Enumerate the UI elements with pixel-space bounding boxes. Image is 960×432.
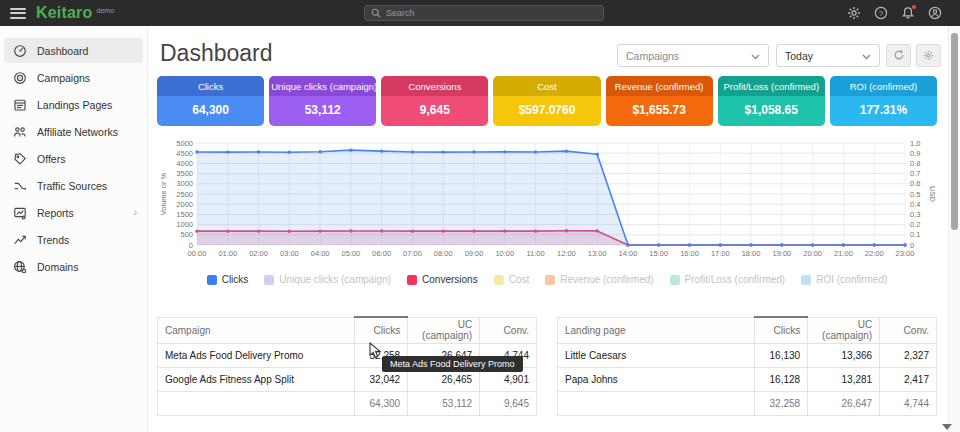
legend-swatch	[207, 275, 217, 285]
svg-text:01:00: 01:00	[218, 249, 237, 258]
global-search[interactable]	[364, 5, 604, 21]
scrollbar-thumb[interactable]	[951, 33, 958, 230]
totals-cell	[158, 391, 355, 415]
totals-cell	[558, 391, 755, 415]
refresh-button[interactable]	[886, 44, 911, 67]
globe-icon	[12, 259, 27, 274]
svg-text:22:00: 22:00	[865, 249, 884, 258]
menu-toggle-icon[interactable]	[10, 8, 26, 19]
legend-label: Unique clicks (campaign)	[279, 274, 391, 285]
chevron-down-icon	[751, 50, 760, 62]
page-scrollbar[interactable]	[948, 26, 960, 432]
totals-row: 32,25826,6474,744	[558, 391, 937, 415]
scroll-down-arrow-icon[interactable]	[942, 424, 952, 430]
svg-text:00:00: 00:00	[188, 249, 207, 258]
stat-card-label: Unique clicks (campaign)	[269, 76, 376, 96]
notifications-bell-icon[interactable]	[901, 6, 915, 20]
column-header-conv[interactable]: Conv.	[880, 317, 937, 343]
svg-text:23:00: 23:00	[896, 249, 915, 258]
column-header-campaign[interactable]: Campaign	[158, 317, 355, 343]
svg-text:19:00: 19:00	[772, 249, 791, 258]
legend-swatch	[670, 275, 680, 285]
svg-text:4000: 4000	[176, 159, 193, 168]
sidebar-item-reports[interactable]: Reports›	[0, 199, 147, 226]
svg-text:12:00: 12:00	[557, 249, 576, 258]
campaigns-filter-value: Campaigns	[626, 50, 679, 62]
legend-label: Cost	[509, 274, 530, 285]
legend-item-cost[interactable]: Cost	[494, 274, 530, 285]
svg-text:1000: 1000	[176, 220, 193, 229]
svg-text:16:00: 16:00	[680, 249, 699, 258]
svg-text:06:00: 06:00	[372, 249, 391, 258]
totals-row: 64,30053,1129,645	[158, 391, 537, 415]
sidebar-item-landings-pages[interactable]: Landings Pages	[0, 91, 147, 118]
legend-item-revenue-confirmed[interactable]: Revenue (confirmed)	[545, 274, 653, 285]
column-header-landing-page[interactable]: Landing page	[558, 317, 755, 343]
date-range-select[interactable]: Today	[776, 44, 880, 67]
sidebar-nav: DashboardCampaignsLandings PagesAffiliat…	[0, 26, 148, 432]
column-header-conv[interactable]: Conv.	[480, 317, 537, 343]
sidebar-item-trends[interactable]: Trends	[0, 226, 147, 253]
legend-label: Clicks	[222, 274, 249, 285]
totals-cell: 53,112	[408, 391, 480, 415]
chevron-down-icon	[862, 50, 871, 62]
table-cell: Meta Ads Food Delivery Promo	[158, 343, 355, 367]
svg-text:500: 500	[180, 230, 193, 239]
legend-swatch	[801, 275, 811, 285]
svg-text:02:00: 02:00	[249, 249, 268, 258]
svg-text:07:00: 07:00	[403, 249, 422, 258]
svg-text:0.7: 0.7	[910, 169, 920, 178]
column-header-uc-campaign[interactable]: UC (campaign)	[808, 317, 880, 343]
trend-icon	[12, 232, 27, 247]
page-icon	[12, 97, 27, 112]
sidebar-item-label: Domains	[37, 261, 78, 273]
svg-text:10:00: 10:00	[495, 249, 514, 258]
sidebar-item-dashboard[interactable]: Dashboard	[0, 37, 147, 64]
notification-badge	[912, 5, 916, 9]
sidebar-item-label: Offers	[37, 153, 65, 165]
sidebar-item-label: Affiliate Networks	[37, 126, 118, 138]
svg-text:05:00: 05:00	[342, 249, 361, 258]
campaigns-filter-select[interactable]: Campaigns	[617, 44, 769, 67]
svg-text:18:00: 18:00	[742, 249, 761, 258]
dashboard-settings-button[interactable]	[916, 44, 941, 67]
table-cell: Google Ads Fitness App Split	[158, 367, 355, 391]
landing-page-row[interactable]: Papa Johns16,12813,2812,417	[558, 367, 937, 391]
column-header-uc-campaign[interactable]: UC (campaign)	[408, 317, 480, 343]
legend-label: Conversions	[422, 274, 478, 285]
table-cell: Papa Johns	[558, 367, 755, 391]
help-icon[interactable]: ?	[874, 6, 888, 20]
totals-cell: 26,647	[808, 391, 880, 415]
landing-page-row[interactable]: Little Caesars16,13013,3662,327	[558, 343, 937, 367]
sidebar-item-traffic-sources[interactable]: Traffic Sources	[0, 172, 147, 199]
search-input[interactable]	[386, 8, 586, 18]
legend-label: Revenue (confirmed)	[560, 274, 653, 285]
chart-svg: 0500100015002000250030003500400045005000…	[157, 134, 937, 266]
sidebar-item-label: Dashboard	[37, 45, 88, 57]
svg-text:20:00: 20:00	[803, 249, 822, 258]
legend-item-profit-loss-confirmed[interactable]: Profit/Loss (confirmed)	[670, 274, 786, 285]
sidebar-item-label: Campaigns	[37, 72, 90, 84]
table-cell: 16,128	[755, 367, 808, 391]
legend-label: ROI (confirmed)	[816, 274, 887, 285]
sidebar-item-label: Traffic Sources	[37, 180, 107, 192]
svg-text:0.8: 0.8	[910, 159, 920, 168]
column-header-clicks[interactable]: Clicks	[355, 317, 408, 343]
totals-cell: 9,645	[480, 391, 537, 415]
sidebar-item-affiliate-networks[interactable]: Affiliate Networks	[0, 118, 147, 145]
svg-text:0.9: 0.9	[910, 149, 920, 158]
sidebar-item-campaigns[interactable]: Campaigns	[0, 64, 147, 91]
legend-item-roi-confirmed[interactable]: ROI (confirmed)	[801, 274, 887, 285]
sidebar-item-offers[interactable]: Offers	[0, 145, 147, 172]
svg-text:0.3: 0.3	[910, 210, 920, 219]
column-header-clicks[interactable]: Clicks	[755, 317, 808, 343]
settings-icon[interactable]	[847, 6, 861, 20]
app-logo: Keitaro	[36, 4, 93, 22]
account-icon[interactable]	[928, 6, 942, 20]
legend-item-conversions[interactable]: Conversions	[407, 274, 478, 285]
legend-item-clicks[interactable]: Clicks	[207, 274, 249, 285]
people-icon	[12, 124, 27, 139]
top-bar: Keitaro demo ?	[0, 0, 960, 26]
sidebar-item-domains[interactable]: Domains	[0, 253, 147, 280]
legend-item-unique-clicks-campaign[interactable]: Unique clicks (campaign)	[264, 274, 391, 285]
